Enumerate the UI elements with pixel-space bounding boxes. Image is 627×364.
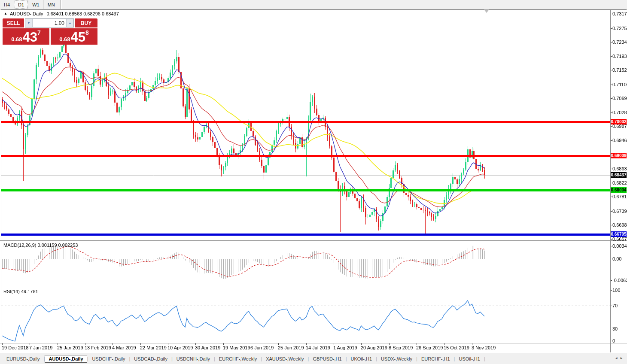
- chart-top-border: [1, 9, 627, 10]
- last-bar-marker-icon[interactable]: [484, 9, 489, 13]
- date-axis-label: 8 Sep 2019: [389, 345, 413, 350]
- symbol-tab-eurusd-daily[interactable]: EURUSD-,Daily: [3, 355, 44, 363]
- mt4-window: H4D1W1MN ▲ AUDUSD-,Daily 0.68401 0.68563…: [0, 0, 627, 364]
- date-axis-label: 15 Oct 2019: [444, 345, 469, 350]
- date-axis-label: 25 Jan 2019: [57, 345, 83, 350]
- date-axis-label: 20 Aug 2019: [361, 345, 387, 350]
- current-price-badge: 0.68437: [611, 172, 627, 178]
- price-axis-label: 0.69870: [612, 124, 627, 129]
- date-axis-label: 19 May 2019: [223, 345, 250, 350]
- date-axis-label: 3 Nov 2019: [472, 345, 496, 350]
- timeframe-button-d1[interactable]: D1: [14, 0, 28, 9]
- volume-spinner: ▼ 1.00 ▲: [25, 18, 74, 27]
- symbol-tab-usdchf-daily[interactable]: USDCHF-,Daily: [88, 355, 129, 363]
- buy-price-pips: 45: [71, 31, 85, 43]
- rsi-scale-label: 70: [612, 303, 618, 308]
- macd-label: MACD(12,26,9) 0.001159 0.002253: [3, 243, 78, 248]
- date-axis-label: 10 Apr 2019: [167, 345, 193, 350]
- price-axis-label: 0.72750: [612, 26, 627, 31]
- sell-price-pips: 43: [23, 31, 37, 43]
- chart-ohlc-values: 0.68401 0.68563 0.68296 0.68437: [47, 11, 119, 16]
- buy-price-point: 8: [85, 29, 89, 36]
- price-badge-0.66705: 0.66705: [611, 231, 627, 237]
- price-axis-label: 0.71520: [612, 67, 627, 73]
- macd-scale-label: -0.00637: [612, 278, 627, 283]
- symbol-tab-ukoil-h1[interactable]: UKOil-,H1: [347, 355, 376, 363]
- one-click-trade-widget: SELL ▼ 1.00 ▲ BUY 0.68 43 7 0.68 45 8: [3, 18, 97, 45]
- price-axis-label: 0.70280: [612, 110, 627, 115]
- tab-scroll-left-icon[interactable]: ◄: [615, 356, 620, 360]
- date-axis-label: 30 Apr 2019: [195, 345, 220, 350]
- macd-pane-separator[interactable]: [0, 240, 627, 241]
- rsi-pane-separator[interactable]: [0, 287, 627, 287]
- horizontal-line-0.66705[interactable]: [1, 234, 610, 236]
- price-badge-0.68004: 0.68004: [611, 187, 627, 193]
- symbol-tab-eurchf-h1[interactable]: EURCHF-,H1: [417, 355, 454, 363]
- buy-price-tile[interactable]: 0.68 45 8: [51, 28, 97, 45]
- rsi-label: RSI(14) 49.1781: [3, 289, 38, 294]
- sell-button[interactable]: SELL: [3, 18, 24, 27]
- date-axis-label: 14 Jul 2019: [306, 345, 330, 350]
- date-axis-label: 25 Jun 2019: [278, 345, 304, 350]
- chart-title: ▲ AUDUSD-,Daily 0.68401 0.68563 0.68296 …: [4, 11, 119, 16]
- buy-price-prefix: 0.68: [59, 36, 70, 42]
- symbol-tab-eurchf-weekly[interactable]: EURCHF-,Weekly: [215, 355, 261, 363]
- sell-price-prefix: 0.68: [11, 36, 22, 42]
- date-axis-label: 7 Jan 2019: [29, 345, 52, 350]
- symbol-tab-usdcad-daily[interactable]: USDCAD-,Daily: [130, 355, 171, 363]
- tab-scroll-arrows[interactable]: ◄►: [615, 356, 625, 360]
- symbol-tab-usdcnh-daily[interactable]: USDCNH-,Daily: [173, 355, 214, 363]
- rsi-scale-label: 0: [612, 338, 615, 343]
- date-axis-label: 6 Jun 2019: [250, 345, 274, 350]
- macd-scale-label: 0.00349: [612, 243, 627, 249]
- timeframe-button-w1[interactable]: W1: [28, 0, 44, 9]
- price-axis-label: 0.70690: [612, 96, 627, 101]
- price-axis-label: 0.68630: [612, 166, 627, 171]
- price-axis-label: 0.68220: [612, 180, 627, 185]
- buy-button[interactable]: BUY: [75, 18, 97, 27]
- date-axis-label: 19 Dec 2018: [2, 345, 28, 350]
- timeframe-toolbar: H4D1W1MN: [0, 0, 627, 9]
- tab-scroll-right-icon[interactable]: ►: [620, 356, 625, 360]
- rsi-scale-label: 100: [612, 288, 620, 293]
- symbol-tab-bar: EURUSD-,Daily|AUDUSD-,Daily|USDCHF-,Dail…: [0, 353, 627, 364]
- timeframe-button-h4[interactable]: H4: [0, 0, 14, 9]
- symbol-tab-audusd-daily[interactable]: AUDUSD-,Daily: [45, 355, 87, 363]
- horizontal-line-0.68004[interactable]: [1, 189, 610, 191]
- collapse-triangle-icon[interactable]: ▲: [4, 12, 7, 15]
- price-axis-label: 0.72340: [612, 39, 627, 45]
- volume-input[interactable]: 1.00: [33, 19, 66, 27]
- date-axis-label: 13 Feb 2019: [85, 345, 111, 350]
- price-chart-canvas[interactable]: [0, 0, 627, 364]
- horizontal-line-0.69009[interactable]: [1, 155, 610, 157]
- volume-decrease-button[interactable]: ▼: [25, 19, 33, 27]
- symbol-tab-usoil-h1[interactable]: USOil-,H1: [455, 355, 484, 363]
- date-axis-label: 22 Mar 2019: [140, 345, 167, 350]
- toolbar-divider: [60, 0, 62, 9]
- symbol-tab-gbpusd-h1[interactable]: GBPUSD-,H1: [309, 355, 345, 363]
- date-axis-separator: [0, 343, 627, 343]
- sell-price-tile[interactable]: 0.68 43 7: [3, 28, 49, 45]
- macd-scale-label: 0.00: [612, 256, 621, 261]
- sell-price-point: 7: [37, 29, 41, 36]
- date-axis-label: 26 Sep 2019: [416, 345, 443, 350]
- chart-left-border: [1, 9, 1, 352]
- date-axis-label: 1 Aug 2019: [333, 345, 357, 350]
- price-axis-label: 0.66980: [612, 222, 627, 228]
- price-axis-label: 0.66570: [612, 237, 627, 242]
- symbol-tab-usdx-weekly[interactable]: USDX-,Weekly: [377, 355, 416, 363]
- price-axis-label: 0.67810: [612, 194, 627, 199]
- price-axis-label: 0.71930: [612, 54, 627, 59]
- timeframe-button-mn[interactable]: MN: [44, 0, 59, 9]
- rsi-scale-label: 30: [612, 326, 618, 331]
- volume-increase-button[interactable]: ▲: [66, 19, 73, 27]
- price-badge-0.69009: 0.69009: [611, 153, 627, 158]
- price-axis-border: [610, 9, 611, 352]
- price-axis-label: 0.73170: [612, 11, 627, 16]
- tab-separator: |: [484, 356, 485, 361]
- price-axis-label: 0.69460: [612, 138, 627, 143]
- horizontal-line-0.70002[interactable]: [1, 121, 610, 123]
- price-axis-label: 0.67390: [612, 209, 627, 214]
- symbol-tab-xauusd-weekly[interactable]: XAUUSD-,Weekly: [262, 355, 307, 363]
- price-axis-label: 0.71100: [612, 82, 627, 87]
